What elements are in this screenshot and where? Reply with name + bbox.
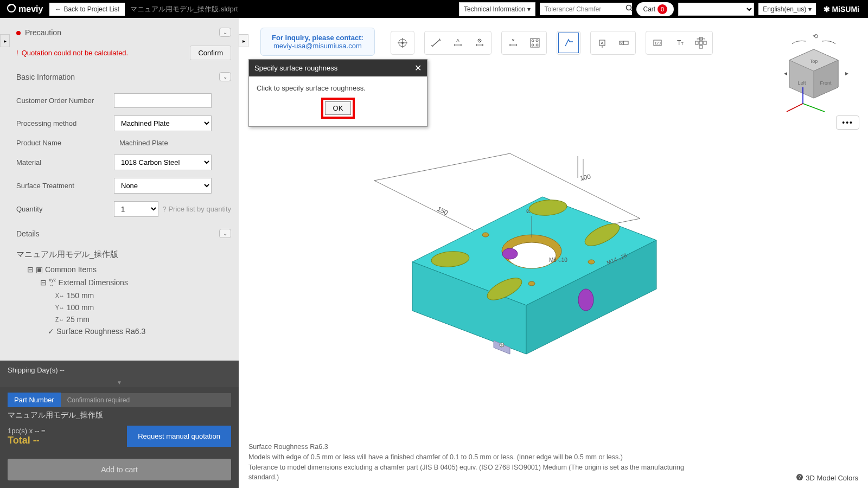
svg-line-1 — [631, 10, 633, 12]
sidebar-content: Precaution ⌄ ! Quotation could not be ca… — [0, 18, 239, 361]
surface-row: Surface Treatment None — [16, 178, 231, 194]
footer-line2: Models with edge of 0.5 mm or less will … — [248, 452, 858, 463]
footer-line3: Tolerance to model dimensions excluding … — [248, 463, 693, 483]
part-number-tab[interactable]: Part Number — [8, 393, 61, 407]
model-colors-link[interactable]: ? 3D Model Colors — [796, 473, 858, 483]
surface-select[interactable]: None — [114, 178, 212, 194]
viewer[interactable]: ▸ For inquiry, please contact: meviy-usa… — [239, 18, 868, 488]
tree-roughness[interactable]: ✓ Surface Roughness Ra6.3 — [16, 325, 231, 337]
chevron-down-icon: ▾ — [527, 5, 531, 13]
tech-info-dropdown[interactable]: Technical Information ▾ — [459, 2, 535, 16]
tool-gdt[interactable] — [614, 33, 634, 53]
tool-group-6: 123 TT 6VIEWS — [646, 31, 713, 55]
dim-100-label: 100 — [579, 172, 592, 182]
gear-icon: ✱ — [824, 5, 830, 14]
svg-text:▸: ▸ — [845, 69, 848, 77]
svg-text:◂: ◂ — [784, 69, 787, 77]
svg-line-50 — [374, 153, 510, 181]
customer-order-input[interactable] — [114, 93, 212, 108]
ok-button[interactable]: OK — [325, 101, 352, 115]
tree-toggle-icon[interactable]: ⊟ — [40, 278, 47, 287]
view-options-button[interactable]: ••• — [836, 115, 859, 130]
project-dropdown[interactable] — [678, 3, 754, 16]
view-cube[interactable]: Top Left Front ◂ ▸ ⟲ — [781, 33, 857, 109]
chevron-down-icon[interactable]: ⌄ — [219, 28, 231, 37]
model-colors-label: 3D Model Colors — [806, 474, 858, 482]
total-line: Total -- — [8, 435, 46, 446]
tool-distance[interactable] — [503, 33, 524, 53]
sidebar: ▸ Precaution ⌄ ! Quotation could not be … — [0, 18, 239, 488]
logo-swoosh-icon — [7, 3, 16, 15]
dialog-body: Click to specify surface roughness. OK — [249, 76, 427, 126]
surface-label: Surface Treatment — [16, 182, 114, 190]
precaution-header[interactable]: Precaution ⌄ — [16, 23, 231, 41]
search-input[interactable] — [544, 5, 626, 13]
tree-external-dims[interactable]: ⊟ xyz↔ External Dimensions — [16, 275, 231, 290]
chevron-down-icon: ▾ — [808, 5, 812, 13]
svg-rect-34 — [704, 41, 706, 44]
price-list-link[interactable]: ? Price list by quantity — [163, 205, 231, 213]
svg-point-62 — [482, 233, 489, 237]
tool-text[interactable]: TT — [669, 33, 690, 53]
tree-toggle-icon[interactable]: ⊟ — [27, 265, 34, 274]
tree-dim-y-label: 100 mm — [67, 303, 94, 312]
close-icon[interactable]: ✕ — [414, 63, 422, 73]
processing-method-select[interactable]: Machined Plate — [114, 115, 212, 131]
ok-highlight: OK — [321, 98, 355, 119]
tool-datum[interactable]: A — [592, 33, 612, 53]
inquiry-email[interactable]: meviy-usa@misumiusa.com — [272, 42, 363, 50]
product-name-label: Product Name — [16, 139, 114, 147]
details-header[interactable]: Details ⌄ — [16, 224, 231, 242]
cart-button[interactable]: Cart 0 — [636, 2, 674, 16]
tool-diameter[interactable] — [469, 33, 490, 53]
svg-text:Top: Top — [810, 59, 818, 64]
xyz-icon: xyz↔ — [49, 277, 56, 288]
tree-dim-x[interactable]: X↔ 150 mm — [16, 290, 231, 301]
tool-origin[interactable] — [392, 33, 413, 53]
dim-150-label: 150 — [436, 205, 449, 217]
arrow-left-icon: ← — [55, 5, 61, 13]
tree-dim-z-label: 25 mm — [66, 315, 90, 324]
confirm-button[interactable]: Confirm — [190, 46, 231, 60]
svg-point-65 — [502, 248, 518, 259]
tree-common-items[interactable]: ⊟ ▣ Common Items — [16, 264, 231, 275]
y-dim-icon: Y↔ — [55, 305, 65, 311]
back-button[interactable]: ← Back to Project List — [49, 3, 125, 16]
quantity-select[interactable]: 1 — [114, 201, 158, 217]
tree-dim-z[interactable]: Z↔ 25 mm — [16, 313, 231, 325]
search-icon[interactable] — [626, 4, 633, 14]
add-to-cart-button[interactable]: Add to cart — [8, 459, 231, 480]
tool-views[interactable]: 6VIEWS — [691, 33, 711, 53]
sidebar-collapse-button[interactable]: ▸ — [0, 34, 10, 47]
language-label: English(en_us) — [763, 5, 806, 13]
precaution-label: Precaution — [25, 28, 61, 37]
request-quotation-button[interactable]: Request manual quotation — [127, 426, 231, 447]
chevron-down-icon[interactable]: ⌄ — [219, 229, 231, 238]
tree-root[interactable]: マニュアル用モデル_操作版 — [16, 248, 231, 261]
tool-tolerance[interactable]: A — [448, 33, 468, 53]
dialog-title: Specify surface roughness — [254, 64, 337, 72]
tree-dim-y[interactable]: Y↔ 100 mm — [16, 301, 231, 313]
basic-info-header[interactable]: Basic Information ⌄ — [16, 68, 231, 86]
search-box[interactable] — [540, 3, 632, 15]
cart-count: 0 — [658, 4, 667, 14]
tool-dimension[interactable] — [426, 33, 446, 53]
dialog-header: Specify surface roughness ✕ — [249, 60, 427, 76]
svg-point-66 — [578, 289, 593, 311]
language-dropdown[interactable]: English(en_us) ▾ — [758, 3, 815, 15]
model-3d[interactable]: 150 100 Ø40 — [347, 137, 727, 376]
tool-roughness[interactable] — [558, 33, 579, 53]
expand-arrow-icon[interactable]: ▼ — [0, 380, 239, 387]
tool-number[interactable]: 123 — [647, 33, 668, 53]
question-icon: ? — [163, 205, 167, 213]
svg-text:A: A — [456, 38, 459, 43]
viewer-collapse-button[interactable]: ▸ — [239, 34, 248, 47]
logo-text: meviy — [18, 4, 43, 14]
chevron-down-icon[interactable]: ⌄ — [219, 72, 231, 81]
material-select[interactable]: 1018 Carbon Steel — [114, 155, 212, 170]
tool-group-5: A — [590, 31, 636, 55]
exclamation-icon: ! — [16, 49, 18, 57]
svg-point-18 — [536, 44, 538, 46]
tool-hole-pattern[interactable] — [525, 33, 545, 53]
svg-point-25 — [621, 42, 622, 44]
